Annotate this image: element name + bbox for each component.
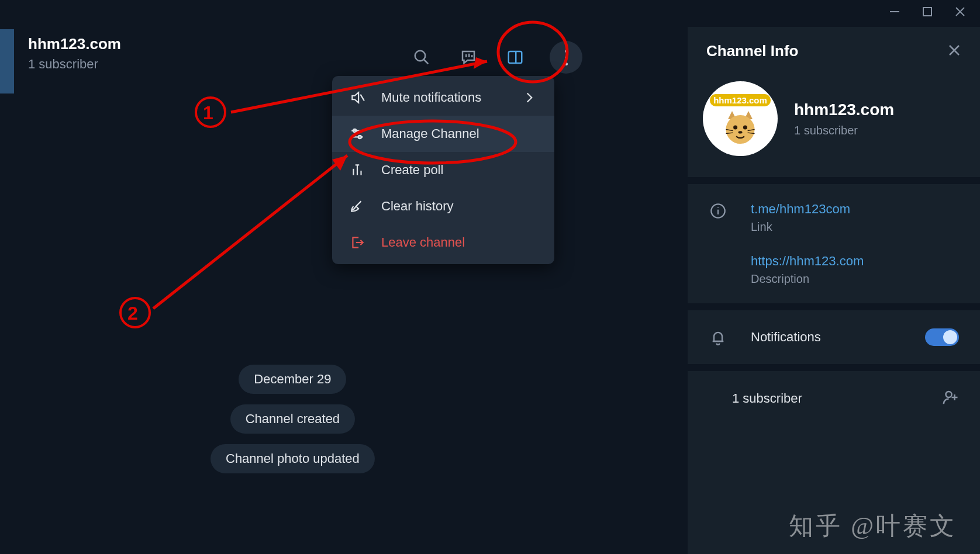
notifications-label: Notifications [751, 330, 821, 345]
close-icon [947, 43, 961, 57]
menu-label: Manage Channel [381, 126, 479, 141]
channel-sub: 1 subscriber [794, 124, 894, 137]
svg-point-24 [743, 126, 747, 130]
channel-avatar: hhm123.com [703, 81, 778, 156]
channel-link: t.me/hhm123com [751, 202, 850, 217]
notifications-section: Notifications [688, 303, 980, 364]
more-menu-button[interactable] [550, 41, 582, 74]
channel-profile[interactable]: hhm123.com hhm123.com 1 subscriber [688, 75, 980, 177]
menu-item-create-poll[interactable]: Create poll [332, 152, 554, 188]
menu-label: Mute notifications [381, 90, 481, 105]
watermark: 知乎 @叶赛文 [789, 510, 957, 542]
leave-icon [348, 234, 366, 251]
add-user-icon [941, 389, 959, 406]
cat-icon [720, 107, 761, 148]
svg-line-44 [153, 155, 347, 309]
channel-description-link: https://hhm123.com [751, 254, 864, 269]
panel-close-button[interactable] [947, 43, 961, 60]
add-subscriber-button[interactable] [941, 389, 959, 408]
subscriber-count: 1 subscriber [732, 391, 802, 406]
search-button[interactable] [409, 45, 434, 70]
context-menu: Mute notifications Manage Channel Create… [332, 76, 554, 264]
sidebar-selection-indicator [0, 29, 14, 94]
svg-point-42 [196, 98, 225, 127]
menu-label: Clear history [381, 199, 453, 214]
chat-header[interactable]: hhm123.com 1 subscriber [28, 35, 121, 72]
speech-bubble-icon [460, 49, 477, 66]
system-message: Channel created [230, 404, 355, 434]
svg-point-23 [733, 126, 737, 130]
link-label: Link [751, 220, 850, 234]
channel-name: hhm123.com [794, 101, 894, 119]
bell-icon [709, 328, 727, 347]
menu-label: Leave channel [381, 235, 465, 250]
window-controls [889, 0, 980, 23]
subscribers-row[interactable]: 1 subscriber [709, 389, 959, 408]
svg-text:2: 2 [127, 303, 138, 324]
info-row-link[interactable]: t.me/hhm123com Link [709, 202, 959, 234]
svg-line-5 [424, 60, 429, 64]
notifications-toggle[interactable] [925, 328, 959, 346]
mute-icon [348, 89, 366, 106]
subscribers-section: 1 subscriber [688, 364, 980, 426]
chat-header-actions [409, 41, 582, 74]
window-maximize-button[interactable] [922, 6, 933, 18]
menu-item-leave-channel[interactable]: Leave channel [332, 224, 554, 261]
poll-icon [348, 161, 366, 179]
notifications-row[interactable]: Notifications [709, 328, 959, 347]
menu-item-manage-channel[interactable]: Manage Channel [332, 116, 554, 152]
chat-title: hhm123.com [28, 35, 121, 53]
info-icon [709, 202, 727, 220]
chat-subtitle: 1 subscriber [28, 57, 121, 72]
info-row-description[interactable]: https://hhm123.com Description [709, 254, 959, 286]
svg-rect-1 [923, 8, 931, 16]
date-separator: December 29 [239, 365, 346, 394]
panel-title: Channel Info [706, 42, 798, 60]
settings-sliders-icon [348, 125, 366, 143]
message-feed: December 29 Channel created Channel phot… [211, 365, 375, 473]
svg-point-32 [717, 207, 719, 208]
more-vertical-icon [565, 48, 568, 67]
svg-point-4 [415, 51, 426, 61]
chevron-right-icon [520, 89, 538, 106]
window-close-button[interactable] [954, 6, 966, 18]
menu-item-clear-history[interactable]: Clear history [332, 188, 554, 224]
svg-text:1: 1 [203, 102, 213, 123]
channel-info-section: t.me/hhm123com Link https://hhm123.com D… [688, 177, 980, 303]
window-minimize-button[interactable] [889, 6, 900, 18]
broom-icon [348, 198, 366, 215]
svg-point-22 [726, 115, 755, 144]
system-message: Channel photo updated [211, 444, 375, 473]
panel-icon [506, 49, 524, 66]
description-label: Description [751, 272, 864, 286]
svg-point-35 [946, 392, 952, 397]
comments-button[interactable] [456, 45, 481, 70]
menu-label: Create poll [381, 162, 443, 178]
svg-line-11 [360, 95, 364, 101]
svg-point-46 [120, 298, 150, 327]
channel-info-panel: Channel Info hhm123.com hhm123.com 1 sub… [688, 27, 980, 554]
menu-item-mute[interactable]: Mute notifications [332, 79, 554, 116]
side-panel-button[interactable] [503, 45, 527, 70]
svg-point-25 [739, 131, 743, 133]
search-icon [413, 49, 430, 66]
